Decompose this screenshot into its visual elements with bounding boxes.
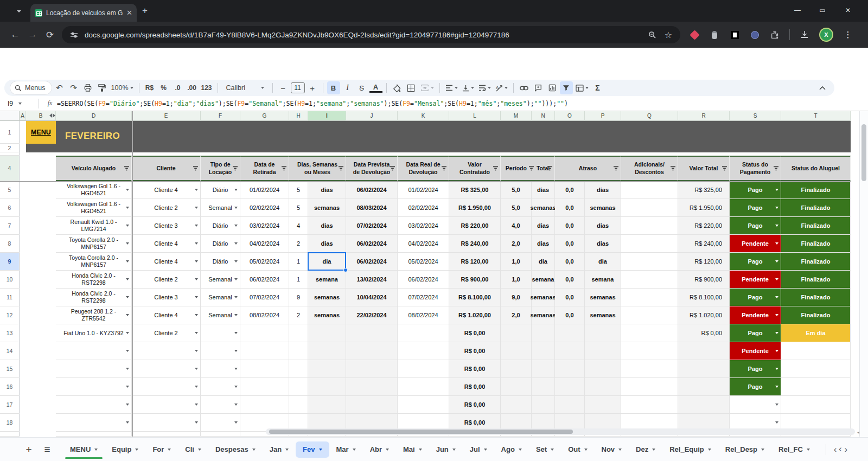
cell-I12[interactable]: semanas [308,306,346,324]
cell-H9[interactable]: 1 [289,253,308,271]
cell-T16[interactable] [781,378,851,396]
sheet-tab-cli[interactable]: Cli [178,441,208,458]
filter-icon[interactable] [671,166,676,171]
formula-input[interactable]: =SEERRO(SE(F9="Diário";SE(H9=1;"dia";"di… [57,100,568,107]
extension-icon-1[interactable] [689,29,700,40]
browser-profile-avatar[interactable]: X [819,28,833,42]
sheet-tab-jul[interactable]: Jul [463,441,494,458]
table-header-dias-semanas-ou-meses[interactable]: Dias, Semanasou Meses [289,156,346,181]
cell-E18[interactable] [132,414,201,432]
undo-button[interactable]: ↶ [53,81,66,94]
all-sheets-button[interactable]: ≡ [38,441,56,458]
table-header-per-odo-total[interactable]: PeríodoTotal [501,156,555,181]
cell-L10[interactable]: R$ 900,00 [449,271,501,289]
cell-G15[interactable] [240,360,289,378]
cell-F12[interactable]: Semanal [201,306,240,324]
cell-E12[interactable]: Cliente 4 [132,306,201,324]
cell-J8[interactable]: 06/02/2024 [346,235,398,253]
reload-button[interactable]: ⟳ [41,26,59,43]
filter-icon[interactable] [722,166,727,171]
cell-I17[interactable] [308,396,346,414]
cell-E10[interactable]: Cliente 2 [132,271,201,289]
cell-R14[interactable] [678,342,730,360]
cell-T12[interactable]: Finalizado [781,306,851,324]
cell-N8[interactable]: dias [532,235,555,253]
cell-M10[interactable]: 1,0 [501,271,532,289]
row-header-8[interactable]: 8 [0,235,20,253]
cell-G7[interactable]: 03/02/2024 [240,217,289,235]
scroll-tabs-left-icon[interactable]: ‹ [834,444,837,455]
insert-chart-button[interactable] [546,81,559,94]
horizontal-align-button[interactable] [444,81,459,94]
cell-O9[interactable]: 0,0 [555,253,585,271]
bold-button[interactable]: B [327,81,340,94]
cell-I11[interactable]: semanas [308,289,346,306]
merge-cells-button[interactable] [419,81,436,94]
cell-S12[interactable]: Pendente [730,306,781,324]
cell-P13[interactable] [585,324,621,342]
increase-decimal-button[interactable]: .00 [186,81,199,94]
cell-Q13[interactable] [621,324,678,342]
cell-R7[interactable]: R$ 220,00 [678,217,730,235]
column-header-M[interactable]: M [501,111,532,121]
cell-M6[interactable]: 5,0 [501,199,532,217]
cell-I16[interactable] [308,378,346,396]
cell-T15[interactable] [781,360,851,378]
extension-icon-2[interactable] [709,29,720,40]
cell-P17[interactable] [585,396,621,414]
cell-K14[interactable] [398,342,449,360]
table-header-atraso[interactable]: Atraso [555,156,621,181]
cell-R16[interactable] [678,378,730,396]
cell-E9[interactable]: Cliente 4 [132,253,201,271]
redo-button[interactable]: ↷ [67,81,80,94]
cell-M15[interactable] [501,360,532,378]
tab-search-button[interactable] [13,5,25,17]
paint-format-button[interactable] [95,81,108,94]
row-header-10[interactable]: 10 [0,271,20,289]
cell-F17[interactable] [201,396,240,414]
cell-L8[interactable]: R$ 240,00 [449,235,501,253]
cell-J17[interactable] [346,396,398,414]
sheet-tab-jan[interactable]: Jan [263,441,296,458]
cell-M13[interactable] [501,324,532,342]
filter-icon[interactable] [547,166,553,171]
cell-J9[interactable]: 06/02/2024 [346,253,398,271]
row-header-6[interactable]: 6 [0,199,20,217]
cell-Q12[interactable] [621,306,678,324]
strikethrough-button[interactable]: S [355,81,368,94]
cell-O12[interactable]: 0,0 [555,306,585,324]
window-close-button[interactable]: ✕ [835,0,860,21]
cell-N11[interactable]: semanas [532,289,555,306]
cell-O5[interactable]: 0,0 [555,181,585,199]
cell-F19[interactable] [201,432,240,437]
sheet-tab-set[interactable]: Set [529,441,561,458]
zoom-select[interactable]: 100% [110,81,135,94]
horizontal-scrollbar[interactable] [266,428,855,435]
filter-icon[interactable] [529,166,534,171]
window-maximize-button[interactable]: ▭ [810,0,835,21]
filter-icon[interactable] [124,166,130,171]
cell-G12[interactable]: 08/02/2024 [240,306,289,324]
cell-E17[interactable] [132,396,201,414]
cell-K15[interactable] [398,360,449,378]
cell-H5[interactable]: 5 [289,181,308,199]
cell-S6[interactable]: Pago [730,199,781,217]
cell-S16[interactable]: Pago [730,378,781,396]
cell-D10[interactable]: Honda Civic 2.0 - RST2298 [56,271,132,289]
row-header-12[interactable]: 12 [0,306,20,324]
forward-button[interactable]: → [24,26,41,43]
cell-K17[interactable] [398,396,449,414]
row-header-18[interactable]: 18 [0,414,20,432]
close-tab-icon[interactable]: ✕ [126,9,132,17]
cell-M17[interactable] [501,396,532,414]
extensions-puzzle-icon[interactable] [769,29,780,40]
cell-L13[interactable]: R$ 0,00 [449,324,501,342]
cell-T9[interactable]: Finalizado [781,253,851,271]
horizontal-scrollbar-thumb[interactable] [269,430,573,434]
italic-button[interactable]: I [341,81,354,94]
cell-I9[interactable]: dia [308,253,346,271]
cell-K13[interactable] [398,324,449,342]
row-header-2[interactable]: 2 [0,144,20,152]
cell-D13[interactable]: Fiat Uno 1.0 - KYZ3792 [56,324,132,342]
format-currency-button[interactable]: R$ [143,81,156,94]
